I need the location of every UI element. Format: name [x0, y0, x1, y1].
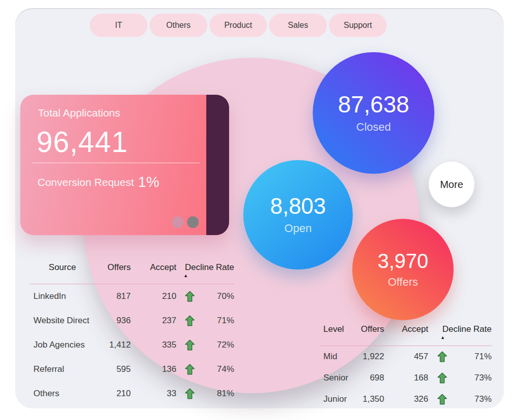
cell-offers: 936: [95, 316, 131, 326]
source-table: Source Offers Accept Decline Rate ▲ Link…: [29, 259, 234, 406]
cell-offers: 1,412: [95, 340, 131, 350]
table-row-others: Others 210 33 81%: [29, 381, 234, 406]
cell-decline-rate: 70%: [198, 291, 234, 301]
cell-accept: 237: [131, 316, 176, 326]
cell-source: Others: [29, 389, 95, 399]
offers-kpi-bubble: 3,970 Offers: [352, 219, 454, 320]
sort-ascending-icon: ▲: [183, 273, 188, 278]
trend-up-icon: [176, 364, 198, 375]
card-accent-strip: [206, 95, 229, 235]
cell-level: Senior: [319, 373, 355, 383]
open-kpi-bubble: 8,803 Open: [243, 160, 353, 270]
table-row-mid: Mid 1,922 457 71%: [319, 346, 492, 367]
cell-source: Referral: [29, 364, 95, 374]
level-table: Level Offers Accept Decline Rate ▲ Mid 1…: [319, 321, 492, 410]
table-row-linkedin: LinkedIn 817 210 70%: [29, 284, 234, 309]
carousel-dot-2[interactable]: [187, 216, 199, 228]
column-header-decline-rate[interactable]: Decline Rate ▲: [428, 324, 492, 334]
filter-pill-others[interactable]: Others: [150, 14, 207, 37]
decline-rate-header-label: Decline Rate: [442, 324, 492, 334]
cell-offers: 1,922: [355, 352, 384, 362]
cell-accept: 335: [131, 340, 176, 350]
cell-offers: 595: [95, 364, 131, 374]
cell-accept: 326: [384, 394, 428, 404]
decline-rate-header-label: Decline Rate: [185, 262, 234, 272]
source-table-header: Source Offers Accept Decline Rate ▲: [29, 259, 234, 284]
total-applications-value: 96,441: [36, 125, 128, 159]
level-table-header: Level Offers Accept Decline Rate ▲: [319, 321, 492, 346]
filter-pill-support[interactable]: Support: [329, 14, 387, 37]
cell-source: LinkedIn: [29, 291, 95, 301]
cell-decline-rate: 74%: [198, 364, 234, 374]
trend-up-icon: [176, 339, 198, 351]
table-row-website-direct: Website Direct 936 237 71%: [29, 309, 234, 333]
cell-offers: 1,350: [355, 394, 384, 404]
trend-up-icon: [176, 291, 198, 302]
trend-up-icon: [428, 394, 451, 405]
cell-offers: 817: [95, 291, 131, 301]
closed-label: Closed: [356, 121, 391, 134]
cell-offers: 698: [355, 373, 384, 383]
table-row-junior: Junior 1,350 326 73%: [319, 389, 492, 410]
table-row-referral: Referral 595 136 74%: [29, 357, 234, 381]
filter-pill-it[interactable]: IT: [90, 14, 147, 37]
filter-pill-product[interactable]: Product: [209, 14, 267, 37]
cell-accept: 210: [131, 291, 176, 301]
carousel-dot-1[interactable]: [172, 216, 183, 228]
cell-decline-rate: 71%: [198, 316, 234, 326]
cell-source: Job Agencies: [29, 340, 95, 350]
hr-dashboard-root: IT Others Product Sales Support Total Ap…: [0, 0, 519, 420]
sort-ascending-icon: ▲: [440, 335, 445, 340]
more-button[interactable]: More: [429, 162, 474, 207]
trend-up-icon: [176, 315, 198, 326]
table-row-job-agencies: Job Agencies 1,412 335 72%: [29, 333, 234, 357]
carousel-dots: [172, 216, 199, 228]
cell-offers: 210: [95, 389, 131, 399]
trend-up-icon: [176, 388, 198, 399]
cell-accept: 457: [384, 352, 428, 362]
offers-label: Offers: [388, 276, 418, 289]
column-header-offers[interactable]: Offers: [95, 262, 131, 273]
trend-up-icon: [428, 351, 451, 362]
table-row-senior: Senior 698 168 73%: [319, 367, 492, 389]
open-label: Open: [284, 222, 312, 235]
conversion-request-line: Conversion Request1%: [38, 174, 159, 190]
closed-kpi-bubble: 87,638 Closed: [313, 52, 434, 174]
cell-decline-rate: 73%: [451, 373, 492, 383]
column-header-accept[interactable]: Accept: [384, 324, 428, 334]
card-title: Total Applications: [38, 107, 120, 119]
open-value: 8,803: [270, 195, 326, 218]
total-applications-card: Total Applications 96,441 Conversion Req…: [20, 95, 229, 235]
cell-level: Mid: [319, 352, 355, 362]
filter-pill-sales[interactable]: Sales: [269, 14, 327, 37]
card-divider: [32, 163, 200, 163]
cell-decline-rate: 71%: [451, 352, 492, 362]
cell-decline-rate: 72%: [198, 340, 234, 350]
conversion-request-value: 1%: [138, 174, 159, 190]
offers-value: 3,970: [378, 250, 428, 272]
column-header-decline-rate[interactable]: Decline Rate ▲: [176, 262, 234, 273]
column-header-accept[interactable]: Accept: [131, 262, 176, 273]
cell-decline-rate: 73%: [451, 394, 492, 404]
cell-accept: 168: [384, 373, 428, 383]
conversion-request-label: Conversion Request: [38, 176, 134, 188]
cell-decline-rate: 81%: [198, 389, 234, 399]
cell-level: Junior: [319, 394, 355, 404]
cell-source: Website Direct: [29, 316, 95, 326]
column-header-source[interactable]: Source: [29, 262, 95, 273]
column-header-offers[interactable]: Offers: [355, 324, 384, 334]
column-header-level[interactable]: Level: [319, 324, 355, 334]
dashboard-panel: IT Others Product Sales Support Total Ap…: [15, 8, 504, 408]
cell-accept: 33: [131, 389, 176, 399]
trend-up-icon: [428, 372, 451, 384]
cell-accept: 136: [131, 364, 176, 374]
closed-value: 87,638: [338, 92, 410, 117]
